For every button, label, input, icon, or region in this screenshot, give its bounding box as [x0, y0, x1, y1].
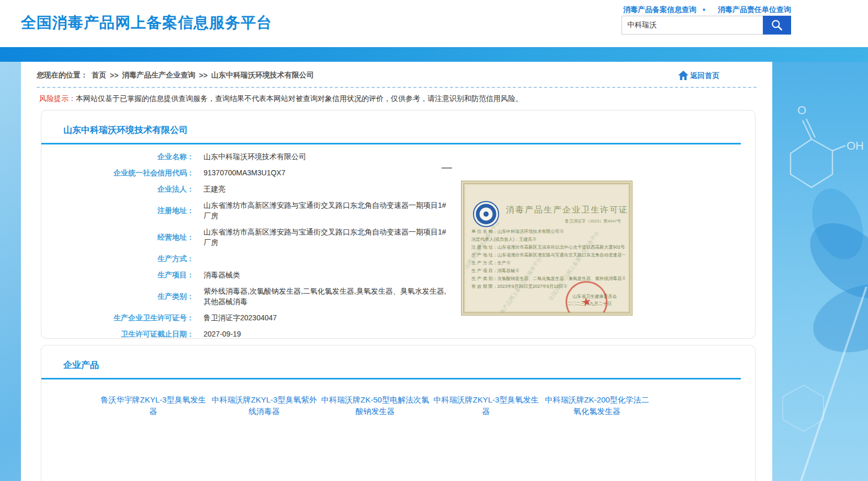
header-band — [0, 47, 868, 62]
search-button[interactable] — [763, 16, 791, 35]
field-row-production-project: 生产项目： 消毒器械类 — [41, 270, 755, 280]
background-decoration: O OH — [772, 62, 868, 481]
field-row-license-number: 生产企业卫生许可证号： 鲁卫消证字202304047 — [41, 312, 755, 323]
back-home-label: 返回首页 — [690, 71, 719, 81]
dash-mark — [442, 167, 452, 169]
product-link[interactable]: 中科瑞沃牌ZKYL-3型臭氧紫外线消毒器 — [209, 394, 320, 417]
certificate-line: 生 产 地 址：山东省潍坊市高新区潍安路与宝通街交叉路口东北角自动变速器一期项目… — [471, 251, 625, 259]
certificate-number: 鲁卫消证字（2023）第4047号 — [565, 218, 621, 224]
field-value: 紫外线消毒器,次氯酸钠发生器,二氧化氯发生器,臭氧发生器、臭氧水发生器,其他器械… — [194, 286, 449, 307]
field-label: 生产方式： — [41, 253, 194, 264]
field-label: 卫生许可证截止日期： — [41, 329, 194, 339]
product-link[interactable]: 鲁沃华宇牌ZKYL-3型臭氧发生器 — [98, 394, 209, 417]
risk-notice-label: 风险提示： — [39, 94, 76, 103]
breadcrumb-location-label: 您现在的位置： — [37, 71, 88, 80]
breadcrumb-section-link[interactable]: 消毒产品生产企业查询 — [122, 71, 195, 80]
svg-text:OH: OH — [847, 139, 864, 152]
search-bar — [622, 16, 791, 35]
emblem-icon — [472, 200, 500, 228]
field-label: 企业名称： — [41, 151, 194, 162]
field-value: 山东省潍坊市高新区潍安路与宝通街交叉路口东北角自动变速器一期项目1#厂房 — [194, 200, 449, 221]
field-label: 经营地址： — [41, 232, 194, 242]
back-home-link[interactable]: 返回首页 — [678, 70, 719, 81]
field-row-business-address: 经营地址： 山东省潍坊市高新区潍安路与宝通街交叉路口东北角自动变速器一期项目1#… — [41, 227, 755, 248]
home-icon — [678, 70, 689, 81]
product-link[interactable]: 中科瑞沃牌ZKYL-3型臭氧发生器 — [431, 394, 542, 417]
search-input[interactable] — [622, 16, 763, 35]
certificate-line: 注 册 地 址：山东省潍坊市高新区玉清东街以北中心次干道以西高新大厦902号科研… — [471, 243, 625, 251]
chevron-down-icon[interactable]: ▼ — [702, 7, 706, 13]
certificate-title: 消毒产品生产企业卫生许可证 — [506, 205, 628, 216]
field-value: 山东中科瑞沃环境技术有限公司 — [194, 151, 306, 162]
field-row-production-category: 生产类别： 紫外线消毒器,次氯酸钠发生器,二氧化氯发生器,臭氧发生器、臭氧水发生… — [41, 286, 755, 307]
field-label: 注册地址： — [41, 205, 194, 216]
products-card: 企业产品 鲁沃华宇牌ZKYL-3型臭氧发生器 中科瑞沃牌ZKYL-3型臭氧紫外线… — [41, 345, 756, 481]
company-fields: 企业名称： 山东中科瑞沃环境技术有限公司 企业统一社会信用代码： 9137070… — [41, 144, 755, 339]
dashed-separator — [37, 87, 757, 88]
certificate-line: 生 产 项 目：消毒器械※ — [471, 267, 625, 275]
risk-notice: 风险提示：本网站仅基于已掌握的信息提供查询服务，查询结果不代表本网站对被查询对象… — [39, 94, 757, 104]
product-link[interactable]: 中科瑞沃牌ZK-200型化学法二氧化氯发生器 — [542, 394, 652, 417]
top-nav: 消毒产品备案信息查询 ▼ 消毒产品责任单位查询 — [623, 5, 791, 15]
field-row-production-mode: 生产方式： — [41, 253, 755, 264]
products-card-title: 企业产品 — [41, 345, 755, 371]
field-label: 生产企业卫生许可证号： — [41, 312, 194, 323]
breadcrumb-home-link[interactable]: 首页 — [92, 71, 106, 80]
field-row-company-name: 企业名称： 山东中科瑞沃环境技术有限公司 — [41, 151, 755, 162]
field-label: 企业统一社会信用代码： — [41, 167, 194, 178]
breadcrumb-separator: >> — [110, 71, 118, 80]
search-icon — [770, 18, 784, 32]
nav-link-record-info-query[interactable]: 消毒产品备案信息查询 — [623, 5, 696, 15]
field-label: 企业法人： — [41, 184, 194, 194]
breadcrumb-row: 您现在的位置： 首页 >> 消毒产品生产企业查询 >> 山东中科瑞沃环境技术有限… — [21, 62, 772, 81]
site-title: 全国消毒产品网上备案信息服务平台 — [21, 13, 272, 33]
field-value: 消毒器械类 — [194, 270, 240, 280]
field-label: 生产项目： — [41, 270, 194, 280]
main-content: 您现在的位置： 首页 >> 消毒产品生产企业查询 >> 山东中科瑞沃环境技术有限… — [21, 62, 772, 481]
risk-notice-text: 本网站仅基于已掌握的信息提供查询服务，查询结果不代表本网站对被查询对象信用状况的… — [76, 94, 523, 103]
certificate-line: 生 产 方 式：生产※ — [471, 259, 625, 267]
breadcrumb: 您现在的位置： 首页 >> 消毒产品生产企业查询 >> 山东中科瑞沃环境技术有限… — [37, 71, 314, 80]
certificate-line: 法定代表人(或负责人)：王建亮※ — [471, 236, 625, 243]
svg-text:O: O — [797, 104, 806, 117]
product-list: 鲁沃华宇牌ZKYL-3型臭氧发生器 中科瑞沃牌ZKYL-3型臭氧紫外线消毒器 中… — [41, 379, 755, 424]
field-row-legal-person: 企业法人： 王建亮 — [41, 184, 755, 194]
field-value: 2027-09-19 — [194, 329, 241, 339]
breadcrumb-separator: >> — [199, 71, 207, 80]
field-value: 鲁卫消证字202304047 — [194, 312, 277, 323]
company-card-title: 山东中科瑞沃环境技术有限公司 — [41, 110, 755, 136]
field-value: 91370700MA3M3U1QX7 — [194, 167, 285, 178]
nav-link-responsible-unit-query[interactable]: 消毒产品责任单位查询 — [718, 5, 791, 15]
field-value: 山东省潍坊市高新区潍安路与宝通街交叉路口东北角自动变速器一期项目1#厂房 — [194, 227, 449, 248]
hygiene-license-certificate-image: 全国消毒产品网上备案信息服务平台 全国消毒产品网上备案信息服务平台 全国消毒产品… — [461, 181, 633, 316]
certificate-line: 生 产 类 别：次氯酸钠发生器、二氧化氯发生器、臭氧发生器、紫外线消毒器※ — [471, 275, 625, 283]
product-link[interactable]: 中科瑞沃牌ZK-50型电解法次氯酸钠发生器 — [320, 394, 431, 417]
field-label: 生产类别： — [41, 291, 194, 301]
page: O OH 全国消毒产品网上备案信息服务平台 消毒产品备案信息查询 ▼ 消毒产品责… — [0, 0, 868, 481]
company-info-card: 山东中科瑞沃环境技术有限公司 企业名称： 山东中科瑞沃环境技术有限公司 企业统一… — [41, 110, 756, 339]
breadcrumb-current: 山东中科瑞沃环境技术有限公司 — [211, 71, 314, 80]
field-row-credit-code: 企业统一社会信用代码： 91370700MA3M3U1QX7 — [41, 167, 755, 178]
field-row-license-expiry: 卫生许可证截止日期： 2027-09-19 — [41, 329, 755, 339]
field-row-registered-address: 注册地址： 山东省潍坊市高新区潍安路与宝通街交叉路口东北角自动变速器一期项目1#… — [41, 200, 755, 221]
molecule-art-icon: O OH — [772, 62, 868, 481]
certificate-line: 单 位 名 称：山东中科瑞沃环境技术有限公司※ — [471, 228, 625, 236]
field-value: 王建亮 — [194, 184, 226, 194]
certificate-lines: 单 位 名 称：山东中科瑞沃环境技术有限公司※ 法定代表人(或负责人)：王建亮※… — [471, 228, 625, 290]
top-header: 全国消毒产品网上备案信息服务平台 消毒产品备案信息查询 ▼ 消毒产品责任单位查询 — [0, 0, 868, 47]
